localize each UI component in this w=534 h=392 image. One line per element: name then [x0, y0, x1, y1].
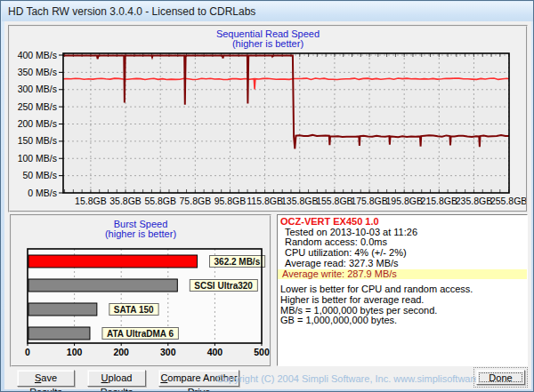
svg-text:100 MB/s: 100 MB/s [18, 153, 57, 164]
copyright-text: Copyright (C) 2004 Simpli Software, Inc.… [216, 373, 476, 384]
svg-text:100: 100 [67, 347, 83, 357]
burst-speed-panel: Burst Speed (higher is better) 362.2 MB/… [10, 214, 271, 367]
done-button-frame: Done [473, 367, 528, 388]
burst-bar [28, 327, 90, 340]
svg-text:255.8GB: 255.8GB [490, 196, 526, 206]
note-line: GB = 1,000,000,000 bytes. [280, 316, 524, 326]
svg-text:215.8GB: 215.8GB [421, 196, 457, 206]
client-area: Sequential Read Speed (higher is better)… [4, 21, 531, 389]
upload-mnemonic: U [101, 372, 109, 383]
info-notes: Lower is better for CPU and random acces… [280, 284, 524, 326]
note-line: Higher is better for average read. [280, 295, 524, 306]
drive-info-panel: OCZ-VERT EX450 1.0 Tested on 2013-10-03 … [277, 214, 528, 366]
svg-text:300: 300 [160, 347, 176, 357]
drive-name: OCZ-VERT EX450 1.0 [280, 217, 524, 228]
svg-text:50 MB/s: 50 MB/s [22, 170, 57, 180]
svg-text:35.8GB: 35.8GB [109, 196, 142, 206]
window-title: HD Tach RW version 3.0.4.0 - Licensed to… [8, 5, 255, 18]
sequential-read-panel: Sequential Read Speed (higher is better)… [8, 25, 528, 212]
svg-text:400 MB/s: 400 MB/s [18, 50, 57, 60]
average-read-line: Average read: 327.3 MB/s [280, 259, 524, 269]
svg-text:350 MB/s: 350 MB/s [18, 67, 57, 77]
burst-speed-chart: 362.2 MB/sSCSI Ultra320SATA 150ATA Ultra… [12, 216, 270, 365]
burst-bar [28, 279, 177, 292]
svg-text:55.8GB: 55.8GB [144, 196, 176, 206]
svg-text:115.8GB: 115.8GB [247, 196, 283, 206]
svg-text:SCSI Ultra320: SCSI Ultra320 [194, 281, 253, 291]
svg-text:75.8GB: 75.8GB [180, 196, 212, 206]
burst-bar [28, 303, 97, 316]
title-bar[interactable]: HD Tach RW version 3.0.4.0 - Licensed to… [2, 2, 533, 21]
done-button[interactable]: Done [476, 370, 525, 385]
svg-text:135.8GB: 135.8GB [281, 196, 318, 206]
svg-text:362.2 MB/s: 362.2 MB/s [214, 257, 261, 267]
svg-text:235.8GB: 235.8GB [456, 196, 492, 206]
svg-text:0 MB/s: 0 MB/s [28, 188, 57, 198]
svg-text:200: 200 [113, 347, 129, 357]
app-window: HD Tach RW version 3.0.4.0 - Licensed to… [0, 0, 534, 392]
svg-text:200 MB/s: 200 MB/s [18, 118, 57, 129]
average-write-highlight: Average write: 287.9 MB/s [278, 269, 527, 280]
save-results-button[interactable]: Save Results [17, 370, 75, 387]
svg-text:SATA 150: SATA 150 [114, 305, 154, 315]
svg-text:400: 400 [207, 347, 223, 357]
svg-text:0: 0 [25, 347, 30, 357]
svg-text:95.8GB: 95.8GB [214, 196, 247, 206]
svg-text:250 MB/s: 250 MB/s [18, 101, 57, 112]
upload-results-button[interactable]: Upload Results [87, 370, 146, 387]
svg-text:150 MB/s: 150 MB/s [18, 135, 57, 146]
svg-text:500: 500 [254, 347, 270, 357]
svg-text:175.8GB: 175.8GB [351, 196, 387, 206]
burst-bar [28, 255, 198, 268]
done-label: Done [489, 372, 512, 383]
svg-text:ATA UltraDMA 6: ATA UltraDMA 6 [107, 329, 174, 339]
sequential-read-chart: 400 MB/s350 MB/s300 MB/s250 MB/s200 MB/s… [10, 27, 526, 211]
svg-text:300 MB/s: 300 MB/s [18, 84, 57, 94]
svg-text:155.8GB: 155.8GB [316, 196, 352, 206]
svg-text:195.8GB: 195.8GB [385, 196, 422, 206]
svg-text:15.8GB: 15.8GB [75, 196, 107, 206]
